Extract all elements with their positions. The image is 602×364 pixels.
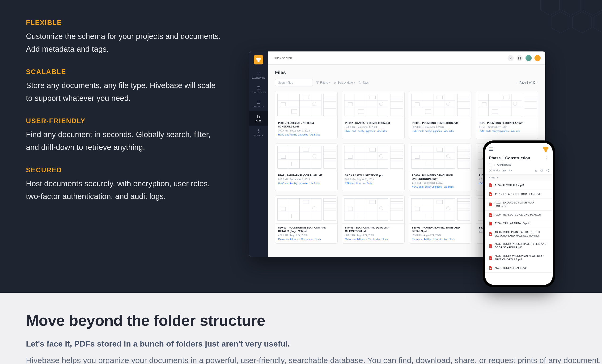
section-heading: Move beyond the folder structure (26, 311, 602, 329)
file-name: P000 - PLUMBING - NOTES & SCHEDULES.pdf (278, 121, 334, 128)
filters-button[interactable]: Filters▾ (316, 81, 331, 84)
phone-title: Phase 1 Construction (489, 156, 530, 161)
phone-file-row[interactable]: A101 - ENLARGED FLOOR PLANS.pdf (485, 190, 553, 199)
file-card[interactable]: P201 - SANITARY FLOOR PLAN.pdf846.8 KB ·… (275, 143, 338, 192)
file-card[interactable]: S40-01 - SECTIONS AND DETAILS AT CLASSRO… (342, 195, 404, 244)
file-meta: 471.7 KB · August 24, 2023 (278, 234, 334, 236)
file-tags[interactable]: HVAC and Facility Upgrades/As-Builts (412, 185, 468, 188)
svg-rect-70 (476, 91, 538, 119)
feature-flexible: FLEXIBLE Customize the schema for your p… (26, 19, 222, 56)
file-thumbnail (275, 196, 337, 224)
svg-rect-240 (490, 194, 492, 195)
phone-file-row[interactable]: A200 - REFLECTED CEILING PLAN.pdf (485, 211, 553, 219)
svg-marker-0 (541, 0, 559, 15)
svg-rect-246 (490, 258, 492, 258)
add-button[interactable]: +Add▾ (489, 169, 500, 172)
next-page-button[interactable]: › (537, 81, 538, 84)
file-name: PD012 - SANITARY DEMOLITION.pdf (345, 121, 401, 125)
file-tags[interactable]: HVAC and Facility Upgrades/As-Builts (278, 133, 334, 136)
nav-dashboard[interactable]: DASHBOARD (249, 68, 268, 82)
file-tags[interactable]: HVAC and Facility Upgrades/As-Builts (345, 130, 401, 132)
file-card[interactable]: S20-01 - FOUNDATION SECTIONS AND DETAILS… (275, 195, 338, 244)
share-icon[interactable] (546, 169, 549, 172)
svg-rect-10 (257, 101, 260, 103)
file-meta: 615.3 KB · August 24, 2023 (412, 234, 468, 236)
print-icon[interactable] (540, 169, 543, 172)
feature-body: Store any documents, any file type. Hive… (26, 79, 222, 105)
file-card[interactable]: S20-02 - FOUNDATION SECTIONS AND DETAILS… (409, 195, 472, 244)
quick-search-input[interactable] (273, 56, 504, 60)
svg-rect-88 (275, 143, 337, 171)
file-tags[interactable]: HVAC and Facility Upgrades/As-Builts (278, 182, 334, 185)
svg-rect-244 (490, 234, 492, 235)
file-thumbnail (342, 143, 404, 171)
help-icon[interactable]: ? (507, 55, 514, 61)
phone-file-row[interactable]: A300 - ROOF PLAN, PARTIAL NORTH ELEVATIO… (485, 228, 553, 240)
file-card[interactable]: PD010 - PLUMBING DEMOLITION UNDERGROUND.… (409, 143, 472, 192)
phone-file-row[interactable]: A575 - DOOR TYPES, FRAME TYPES, AND DOOR… (485, 240, 553, 252)
svg-rect-239 (490, 185, 492, 186)
file-thumbnail (275, 143, 337, 171)
pdf-icon (489, 232, 492, 236)
tags-button[interactable]: Tags (359, 81, 368, 84)
file-tags[interactable]: Classroom Addition/Construction Plans (345, 238, 401, 241)
file-card[interactable]: PD012 - SANITARY DEMOLITION.pdf543.3 KB … (342, 91, 404, 139)
phone-file-row[interactable]: A250 - CEILING DETAILS.pdf (485, 219, 553, 228)
sort-button[interactable]: ↓↑Sort by date▾ (334, 81, 355, 84)
phone-file-row[interactable]: A576 - DOOR, WINDOW AND EXTERIOR SECTION… (485, 252, 553, 264)
file-name: 08 A3-2-1 WALL SECTIONS.pdf (345, 174, 401, 177)
pdf-icon (489, 192, 492, 196)
feature-body: Host documents securely, with encryption… (26, 177, 222, 203)
phone-file-name: A100 - FLOOR PLAN.pdf (494, 184, 524, 187)
nav-activity[interactable]: ACTIVITY (249, 126, 268, 140)
svg-rect-242 (490, 215, 492, 215)
tree-icon[interactable]: ⊞▾ (503, 169, 506, 172)
nav-projects[interactable]: PROJECTS (249, 97, 268, 111)
phone-file-name: A200 - REFLECTED CEILING PLAN.pdf (494, 213, 541, 216)
user-avatar[interactable] (526, 55, 532, 61)
file-meta: 284.8 KB · August 24, 2023 (345, 178, 401, 181)
svg-rect-34 (342, 91, 404, 119)
file-thumbnail (342, 196, 404, 224)
file-card[interactable]: 08 A3-2-1 WALL SECTIONS.pdf284.8 KB · Au… (342, 143, 404, 192)
svg-point-236 (546, 170, 547, 171)
svg-rect-160 (275, 196, 337, 223)
phone-file-row[interactable]: A100 - FLOOR PLAN.pdf (485, 181, 553, 190)
grid-icon[interactable] (516, 55, 523, 61)
file-tags[interactable]: Classroom Addition/Construction Plans (278, 238, 334, 241)
phone-file-row[interactable]: A102 - ENLARGED FLOOR PLAN - LOBBY.pdf (485, 199, 553, 211)
pagination-label: Page 1 of 32 (519, 81, 536, 84)
nav-collections[interactable]: COLLECTIONS (249, 82, 268, 97)
phone-logo[interactable] (543, 146, 549, 152)
svg-rect-178 (342, 196, 404, 223)
file-card[interactable]: P101 - PLUMBING FLOOR PLAN.pdf1.0 MB · S… (476, 91, 538, 139)
phone-file-name: A101 - ENLARGED FLOOR PLANS.pdf (494, 193, 540, 196)
menu-icon[interactable] (489, 148, 493, 151)
feature-user-friendly: USER-FRIENDLY Find any document in secon… (26, 117, 222, 154)
file-tags[interactable]: STEM Addition/As-Builts (345, 182, 401, 185)
phone-breadcrumb[interactable]: › Architectural (485, 163, 553, 169)
file-tags[interactable]: HVAC and Facility Upgrades/As-Builts (479, 130, 535, 132)
search-files-input[interactable]: Search files (275, 79, 313, 86)
files-icon (256, 115, 261, 119)
pdf-icon (489, 183, 492, 187)
edit-icon[interactable]: ✎▾ (508, 169, 512, 172)
collection-icon (489, 163, 492, 166)
file-card[interactable]: P000 - PLUMBING - NOTES & SCHEDULES.pdf3… (275, 91, 338, 139)
more-icon[interactable]: ⋮ (545, 156, 549, 161)
prev-page-button[interactable]: ‹ (516, 81, 517, 84)
file-tags[interactable]: HVAC and Facility Upgrades/As-Builts (412, 130, 468, 132)
org-avatar[interactable] (535, 55, 541, 61)
file-card[interactable]: PD011 - PLUMBING DEMOLITION.pdf882.3 KB … (409, 91, 472, 139)
phone-file-row[interactable]: A577 - DOOR DETAILS.pdf (485, 264, 553, 273)
file-tags[interactable]: Classroom Addition/Construction Plans (412, 238, 468, 241)
files-toolbar: Search files Filters▾ ↓↑Sort by date▾ Ta… (275, 79, 538, 86)
pdf-icon (489, 244, 492, 248)
app-logo[interactable] (254, 55, 263, 64)
feature-title: USER-FRIENDLY (26, 117, 222, 125)
phone-list-header[interactable]: NAME (485, 174, 553, 181)
svg-rect-106 (342, 143, 404, 171)
hex-pattern-decoration (538, 0, 602, 59)
download-icon[interactable] (534, 169, 538, 172)
nav-files[interactable]: FILES (249, 111, 268, 126)
